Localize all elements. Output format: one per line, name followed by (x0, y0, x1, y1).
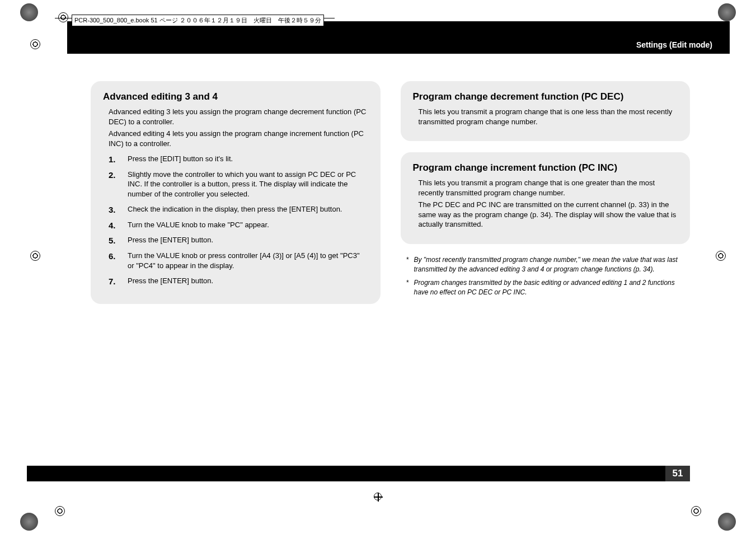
pc-inc-body-2: The PC DEC and PC INC are transmitted on… (413, 200, 678, 229)
crop-corner-tr (718, 3, 736, 21)
pc-inc-body-1: This lets you transmit a program change … (413, 178, 678, 198)
step-6: Turn the VALUE knob or press controller … (103, 251, 368, 270)
crop-corner-tl (20, 3, 38, 21)
step-7: Press the [ENTER] button. (103, 276, 368, 286)
page-number: 51 (665, 466, 690, 481)
step-3: Check the indication in the display, the… (103, 204, 368, 214)
registration-mark-top (374, 493, 383, 502)
crop-mark-right-bot (691, 506, 701, 516)
note-2: Program changes transmitted by the basic… (401, 278, 691, 297)
footer-bar (27, 466, 690, 481)
crop-mark-left-bot (55, 506, 65, 516)
panel-pc-inc: Program change increment function (PC IN… (401, 152, 691, 244)
pc-dec-body: This lets you transmit a program change … (413, 107, 678, 127)
crop-mark-right-mid (716, 251, 726, 261)
left-intro-2: Advanced editing 4 lets you assign the p… (103, 129, 368, 148)
step-4: Turn the VALUE knob to make "PC" appear. (103, 220, 368, 230)
pc-dec-title: Program change decrement function (PC DE… (413, 91, 678, 102)
step-1: Press the [EDIT] button so it's lit. (103, 154, 368, 164)
step-5: Press the [ENTER] button. (103, 235, 368, 245)
panel-advanced-editing: Advanced editing 3 and 4 Advanced editin… (91, 81, 381, 304)
crop-mark-left-top (30, 39, 40, 49)
crop-corner-br (718, 513, 736, 531)
panel-pc-dec: Program change decrement function (PC DE… (401, 81, 691, 141)
step-2: Slightly move the controller to which yo… (103, 170, 368, 199)
left-intro-1: Advanced editing 3 lets you assign the p… (103, 107, 368, 127)
left-title: Advanced editing 3 and 4 (103, 91, 368, 102)
left-column: Advanced editing 3 and 4 Advanced editin… (91, 81, 381, 315)
right-column: Program change decrement function (PC DE… (401, 81, 691, 315)
pc-inc-title: Program change increment function (PC IN… (413, 162, 678, 174)
crop-corner-bl (20, 513, 38, 531)
content-area: Advanced editing 3 and 4 Advanced editin… (91, 81, 690, 315)
section-header: Settings (Edit mode) (636, 40, 712, 49)
steps-list: Press the [EDIT] button so it's lit. Sli… (103, 154, 368, 285)
crop-mark-left-mid (30, 251, 40, 261)
file-label: PCR-300_500_800_e.book 51 ページ ２００６年１２月１９… (72, 15, 324, 26)
note-1: By "most recently transmitted program ch… (401, 255, 691, 274)
